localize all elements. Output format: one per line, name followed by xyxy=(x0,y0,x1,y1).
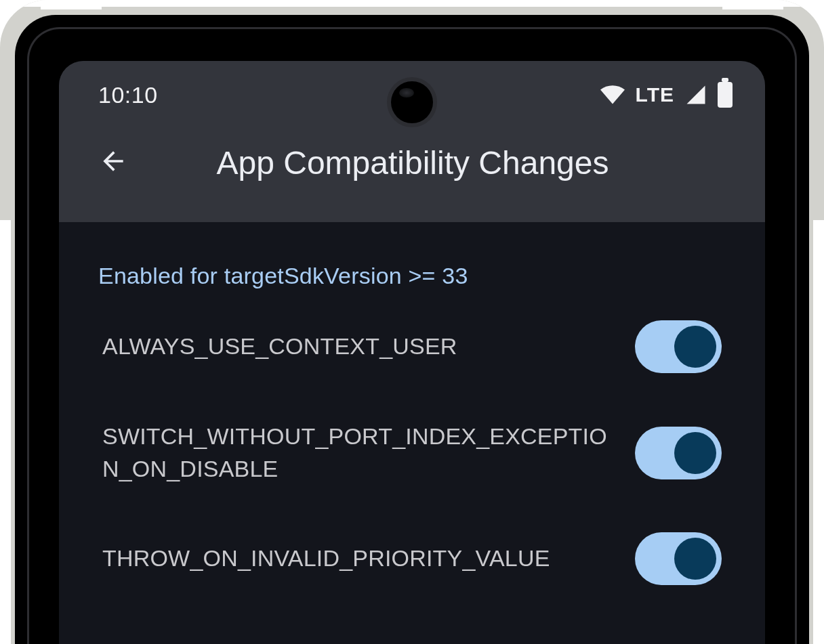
network-type-label: LTE xyxy=(636,83,674,106)
compat-change-label: ALWAYS_USE_CONTEXT_USER xyxy=(102,330,613,363)
toggle-switch[interactable] xyxy=(635,532,722,585)
compat-change-row[interactable]: ALWAYS_USE_CONTEXT_USER xyxy=(98,296,726,398)
wifi-icon xyxy=(600,85,625,104)
compat-change-row[interactable]: THROW_ON_INVALID_PRIORITY_VALUE xyxy=(98,508,726,609)
battery-icon xyxy=(718,82,733,108)
toggle-switch[interactable] xyxy=(635,427,722,479)
arrow-back-icon xyxy=(98,146,128,179)
compat-change-row[interactable]: SWITCH_WITHOUT_PORT_INDEX_EXCEPTION_ON_D… xyxy=(98,398,726,508)
phone-body: 10:10 LTE xyxy=(15,15,809,644)
back-button[interactable] xyxy=(93,142,133,183)
compat-change-label: SWITCH_WITHOUT_PORT_INDEX_EXCEPTION_ON_D… xyxy=(102,421,613,485)
compat-change-label: THROW_ON_INVALID_PRIORITY_VALUE xyxy=(102,542,613,575)
camera-cutout-icon xyxy=(391,81,433,123)
toggle-switch[interactable] xyxy=(635,320,722,373)
page-title: App Compatibility Changes xyxy=(133,144,733,181)
app-bar: App Compatibility Changes xyxy=(59,129,765,196)
cellular-signal-icon xyxy=(685,85,707,105)
section-header: Enabled for targetSdkVersion >= 33 xyxy=(98,263,726,289)
screen: 10:10 LTE xyxy=(59,61,765,644)
status-time: 10:10 xyxy=(98,82,158,108)
content-area: Enabled for targetSdkVersion >= 33 ALWAY… xyxy=(59,222,765,609)
